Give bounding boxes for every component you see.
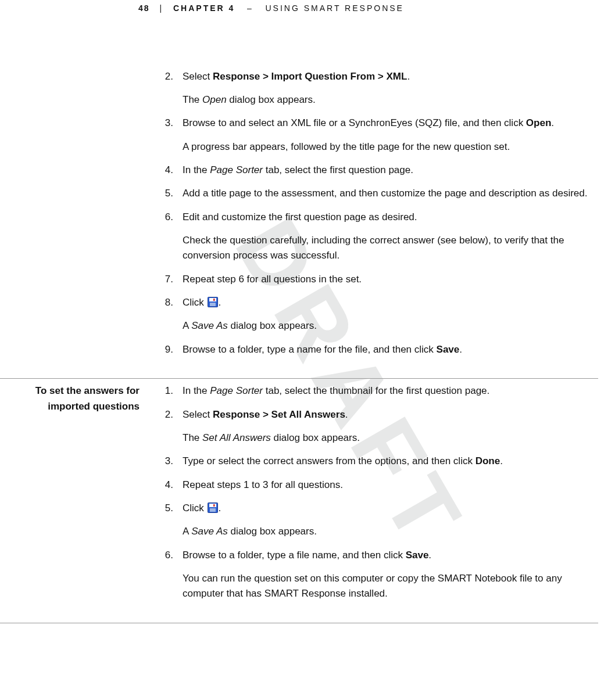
step-item: 2.Select Response > Import Question From… bbox=[160, 69, 591, 108]
step-body: Repeat step 6 for all questions in the s… bbox=[183, 272, 591, 287]
page-header: 48 | CHAPTER 4 – USING SMART RESPONSE bbox=[0, 0, 604, 35]
step-text: You can run the question set on this com… bbox=[183, 571, 591, 602]
step-text: Browse to and select an XML file or a Sy… bbox=[183, 116, 591, 131]
step-text: The Open dialog box appears. bbox=[183, 92, 591, 107]
page-number: 48 bbox=[138, 3, 150, 13]
chapter-label: CHAPTER 4 bbox=[173, 3, 235, 13]
side-label-1 bbox=[0, 35, 150, 45]
step-text: Select Response > Import Question From >… bbox=[183, 69, 591, 84]
step-number: 5. bbox=[160, 186, 173, 201]
step-body: Edit and customize the first question pa… bbox=[183, 210, 591, 264]
step-text: Browse to a folder, type a name for the … bbox=[183, 342, 591, 357]
step-text: Repeat step 6 for all questions in the s… bbox=[183, 272, 591, 287]
step-item: 5.Click .A Save As dialog box appears. bbox=[160, 501, 591, 540]
svg-rect-6 bbox=[213, 504, 215, 507]
step-text: A progress bar appears, followed by the … bbox=[183, 139, 591, 155]
step-text: A Save As dialog box appears. bbox=[183, 524, 591, 539]
step-number: 3. bbox=[160, 454, 173, 469]
step-item: 4.In the Page Sorter tab, select the fir… bbox=[160, 163, 591, 178]
step-body: Select Response > Import Question From >… bbox=[183, 69, 591, 108]
step-item: 3.Type or select the correct answers fro… bbox=[160, 454, 591, 469]
step-number: 6. bbox=[160, 548, 173, 563]
svg-rect-3 bbox=[210, 303, 216, 306]
step-number: 7. bbox=[160, 272, 173, 287]
step-body: In the Page Sorter tab, select the thumb… bbox=[183, 383, 591, 399]
header-dash: – bbox=[247, 3, 253, 13]
step-item: 4.Repeat steps 1 to 3 for all questions. bbox=[160, 478, 591, 493]
svg-rect-5 bbox=[209, 504, 216, 507]
step-item: 8.Click .A Save As dialog box appears. bbox=[160, 295, 591, 334]
step-item: 5.Add a title page to the assessment, an… bbox=[160, 186, 591, 201]
step-item: 2.Select Response > Set All Answers.The … bbox=[160, 407, 591, 446]
step-item: 7.Repeat step 6 for all questions in the… bbox=[160, 272, 591, 287]
procedure-block-1: 2.Select Response > Import Question From… bbox=[0, 35, 598, 379]
step-body: Select Response > Set All Answers.The Se… bbox=[183, 407, 591, 446]
chapter-title: USING SMART RESPONSE bbox=[266, 3, 404, 13]
step-item: 9.Browse to a folder, type a name for th… bbox=[160, 342, 591, 357]
step-body: Browse to and select an XML file or a Sy… bbox=[183, 116, 591, 155]
step-text: Click . bbox=[183, 295, 591, 310]
step-number: 2. bbox=[160, 407, 173, 422]
step-body: Browse to a folder, type a name for the … bbox=[183, 342, 591, 357]
step-text: Repeat steps 1 to 3 for all questions. bbox=[183, 478, 591, 493]
step-body: Click .A Save As dialog box appears. bbox=[183, 501, 591, 540]
steps-list-1: 2.Select Response > Import Question From… bbox=[160, 69, 591, 357]
step-item: 3.Browse to and select an XML file or a … bbox=[160, 116, 591, 155]
svg-rect-2 bbox=[213, 299, 215, 301]
step-text: Select Response > Set All Answers. bbox=[183, 407, 591, 422]
step-text: Browse to a folder, type a file name, an… bbox=[183, 548, 591, 563]
step-body: Repeat steps 1 to 3 for all questions. bbox=[183, 478, 591, 493]
step-number: 9. bbox=[160, 342, 173, 357]
step-number: 1. bbox=[160, 383, 173, 399]
step-body: Click .A Save As dialog box appears. bbox=[183, 295, 591, 334]
step-text: Check the question carefully, including … bbox=[183, 233, 591, 264]
step-text: Type or select the correct answers from … bbox=[183, 454, 591, 469]
step-body: Browse to a folder, type a file name, an… bbox=[183, 548, 591, 602]
step-number: 8. bbox=[160, 295, 173, 310]
step-number: 6. bbox=[160, 210, 173, 225]
step-body: In the Page Sorter tab, select the first… bbox=[183, 163, 591, 178]
step-text: A Save As dialog box appears. bbox=[183, 318, 591, 333]
step-item: 6.Browse to a folder, type a file name, … bbox=[160, 548, 591, 602]
step-number: 5. bbox=[160, 501, 173, 516]
step-number: 2. bbox=[160, 69, 173, 84]
step-text: Click . bbox=[183, 501, 591, 516]
step-item: 6.Edit and customize the first question … bbox=[160, 210, 591, 264]
procedure-block-2: To set the answers for imported question… bbox=[0, 379, 598, 623]
step-text: Add a title page to the assessment, and … bbox=[183, 186, 591, 201]
step-text: The Set All Answers dialog box appears. bbox=[183, 430, 591, 446]
side-label-2: To set the answers for imported question… bbox=[0, 379, 150, 419]
svg-rect-1 bbox=[209, 298, 216, 301]
step-text: In the Page Sorter tab, select the first… bbox=[183, 163, 591, 178]
step-number: 4. bbox=[160, 163, 173, 178]
step-text: In the Page Sorter tab, select the thumb… bbox=[183, 383, 591, 399]
step-body: Add a title page to the assessment, and … bbox=[183, 186, 591, 201]
step-number: 3. bbox=[160, 116, 173, 131]
step-text: Edit and customize the first question pa… bbox=[183, 210, 591, 225]
save-icon bbox=[208, 502, 218, 513]
steps-list-2: 1.In the Page Sorter tab, select the thu… bbox=[160, 383, 591, 601]
step-body: Type or select the correct answers from … bbox=[183, 454, 591, 469]
save-icon bbox=[208, 297, 218, 307]
svg-rect-7 bbox=[210, 508, 216, 512]
header-separator: | bbox=[153, 3, 169, 13]
step-number: 4. bbox=[160, 478, 173, 493]
step-item: 1.In the Page Sorter tab, select the thu… bbox=[160, 383, 591, 399]
